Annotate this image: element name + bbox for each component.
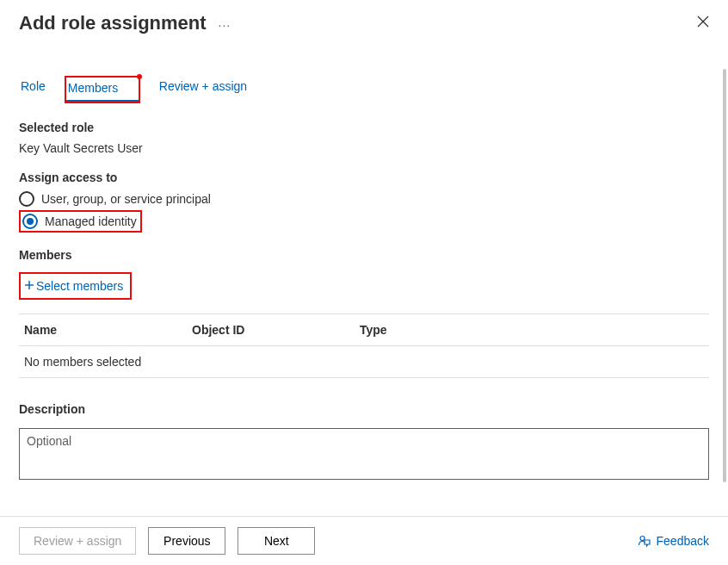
members-table-header: Name Object ID Type (19, 314, 709, 346)
plus-icon (24, 279, 34, 293)
add-role-assignment-blade: Add role assignment ··· Role Members Rev… (0, 0, 728, 565)
blade-header: Add role assignment ··· (19, 12, 709, 34)
assign-access-label: Assign access to (19, 171, 709, 184)
description-label: Description (19, 402, 709, 416)
radio-user-group-service-principal[interactable]: User, group, or service principal (19, 191, 709, 207)
members-empty-row: No members selected (19, 346, 709, 378)
col-name: Name (24, 323, 192, 337)
radio-dot-icon (27, 218, 34, 225)
select-members-button[interactable]: Select members (19, 272, 132, 300)
highlight-members-tab: Members (65, 76, 140, 103)
footer-bar: Review + assign Previous Next Feedback (0, 516, 728, 565)
close-button[interactable] (694, 12, 713, 34)
highlight-managed-identity: Managed identity (19, 210, 142, 233)
close-icon (697, 16, 709, 28)
tab-role[interactable]: Role (19, 76, 47, 103)
attention-dot-icon (137, 74, 142, 79)
radio-circle-icon (19, 191, 34, 207)
members-label: Members (19, 248, 709, 262)
review-assign-button[interactable]: Review + assign (19, 527, 136, 555)
tab-members[interactable]: Members (66, 78, 139, 102)
tab-bar: Role Members Review + assign (19, 76, 709, 103)
feedback-link[interactable]: Feedback (638, 534, 709, 548)
tab-review-assign[interactable]: Review + assign (157, 76, 249, 103)
description-textarea[interactable] (19, 428, 709, 480)
feedback-label: Feedback (657, 534, 709, 548)
selected-role-value: Key Vault Secrets User (19, 141, 709, 155)
selected-role-label: Selected role (19, 121, 709, 134)
feedback-icon (638, 534, 651, 548)
radio-label: User, group, or service principal (41, 192, 211, 206)
col-object-id: Object ID (192, 323, 360, 337)
members-table: Name Object ID Type No members selected (19, 314, 709, 378)
radio-label: Managed identity (45, 214, 137, 228)
next-button[interactable]: Next (238, 527, 315, 555)
tab-content-members: Selected role Key Vault Secrets User Ass… (19, 121, 709, 482)
col-type: Type (360, 323, 709, 337)
radio-managed-identity[interactable]: Managed identity (22, 214, 137, 229)
scrollbar[interactable] (723, 69, 726, 482)
members-empty-text: No members selected (24, 355, 141, 369)
radio-circle-icon (22, 214, 38, 229)
select-members-label: Select members (36, 279, 123, 293)
more-icon[interactable]: ··· (219, 19, 231, 31)
previous-button[interactable]: Previous (148, 527, 225, 555)
page-title: Add role assignment (19, 12, 207, 34)
svg-point-4 (640, 537, 645, 541)
